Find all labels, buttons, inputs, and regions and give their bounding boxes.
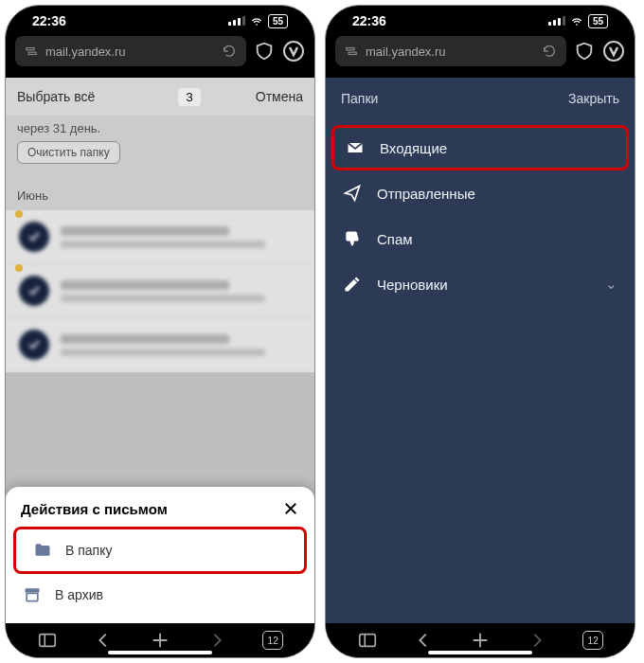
folder-label: Отправленные	[377, 186, 475, 202]
cancel-link[interactable]: Отмена	[256, 89, 303, 104]
to-archive-label: В архив	[55, 587, 103, 602]
plus-icon[interactable]	[150, 630, 170, 651]
folder-drafts[interactable]: Черновики ⌄	[326, 261, 635, 307]
panel-icon[interactable]	[357, 630, 378, 651]
mail-list	[6, 210, 314, 372]
signal-icon	[228, 16, 245, 26]
mail-row[interactable]	[6, 318, 314, 372]
back-icon[interactable]	[413, 630, 434, 651]
month-header: Июнь	[6, 173, 314, 210]
folders-title: Папки	[341, 91, 378, 106]
reload-icon[interactable]	[542, 44, 557, 59]
mail-row[interactable]	[6, 264, 314, 318]
vivaldi-icon[interactable]	[282, 40, 305, 63]
tabs-button[interactable]: 12	[262, 631, 283, 650]
checkbox-checked[interactable]	[19, 330, 49, 360]
mail-icon	[346, 138, 365, 157]
shield-icon[interactable]	[254, 41, 275, 62]
url-text: mail.yandex.ru	[366, 45, 446, 59]
close-link[interactable]: Закрыть	[568, 91, 619, 106]
svg-rect-5	[347, 48, 354, 50]
clear-folder-button[interactable]: Очистить папку	[17, 141, 120, 164]
folder-list: Входящие Отправленные Спам Черновики ⌄	[326, 119, 635, 313]
svg-point-2	[284, 42, 303, 61]
phone-right: 22:36 55 mail.yandex.ru Папки Закрыть Вх…	[325, 5, 635, 658]
tabs-button[interactable]: 12	[582, 631, 603, 650]
sheet-title: Действия с письмом	[21, 501, 168, 517]
panel-icon[interactable]	[37, 630, 58, 651]
folder-label: Черновики	[377, 277, 448, 293]
mail-row[interactable]	[6, 210, 314, 264]
url-bar: mail.yandex.ru	[326, 36, 635, 66]
svg-rect-6	[349, 52, 356, 54]
svg-rect-0	[27, 48, 34, 50]
folder-icon	[33, 541, 52, 560]
selection-count: 3	[178, 88, 200, 106]
time: 22:36	[32, 13, 66, 28]
send-icon	[343, 184, 362, 203]
battery-icon: 55	[588, 14, 608, 28]
svg-rect-4	[40, 635, 56, 647]
move-to-folder-button[interactable]: В папку	[13, 527, 307, 574]
thumbs-down-icon	[343, 229, 362, 248]
pencil-icon	[343, 275, 362, 294]
to-folder-label: В папку	[65, 543, 112, 558]
archive-icon	[23, 585, 42, 604]
time: 22:36	[352, 13, 386, 28]
svg-rect-1	[28, 52, 36, 54]
folder-spam[interactable]: Спам	[326, 216, 635, 261]
battery-icon: 55	[268, 14, 288, 28]
folder-label: Спам	[377, 231, 413, 247]
url-text: mail.yandex.ru	[45, 45, 126, 59]
select-all-link[interactable]: Выбрать всё	[17, 89, 95, 104]
folder-sent[interactable]: Отправленные	[326, 170, 635, 216]
forward-icon	[527, 630, 547, 651]
folders-panel: Папки Закрыть Входящие Отправленные Спам…	[326, 78, 635, 623]
status-icons: 55	[228, 14, 288, 28]
phone-left: 22:36 55 mail.yandex.ru Выбрать всё 3 От…	[5, 5, 315, 658]
signal-icon	[548, 16, 565, 26]
url-bar: mail.yandex.ru	[6, 36, 314, 66]
plus-icon[interactable]	[470, 630, 491, 651]
selection-bar: Выбрать всё 3 Отмена	[6, 78, 314, 116]
check-icon	[27, 283, 42, 298]
site-settings-icon	[345, 45, 358, 58]
shield-icon[interactable]	[574, 41, 595, 62]
status-bar: 22:36 55	[326, 6, 635, 36]
url-field[interactable]: mail.yandex.ru	[15, 36, 246, 66]
home-indicator	[108, 651, 212, 654]
status-bar: 22:36 55	[6, 6, 314, 36]
reload-icon[interactable]	[222, 44, 237, 59]
status-icons: 55	[548, 14, 608, 28]
action-sheet: Действия с письмом В папку В архив	[6, 487, 314, 623]
wifi-icon	[570, 14, 583, 27]
wifi-icon	[250, 14, 263, 27]
mail-content: Выбрать всё 3 Отмена через 31 день. Очис…	[6, 78, 314, 623]
folder-inbox[interactable]: Входящие	[331, 125, 629, 170]
checkbox-checked[interactable]	[19, 276, 49, 306]
back-icon[interactable]	[93, 630, 114, 651]
archive-button[interactable]: В архив	[6, 574, 314, 616]
check-icon	[27, 229, 42, 244]
url-field[interactable]: mail.yandex.ru	[335, 36, 566, 66]
home-indicator	[428, 651, 532, 654]
chevron-down-icon[interactable]: ⌄	[605, 276, 617, 293]
checkbox-checked[interactable]	[19, 222, 49, 252]
check-icon	[27, 337, 42, 352]
info-strip: через 31 день. Очистить папку	[6, 116, 314, 173]
info-text: через 31 день.	[17, 121, 303, 135]
svg-rect-8	[360, 635, 376, 647]
forward-icon	[206, 630, 227, 651]
vivaldi-icon[interactable]	[602, 40, 625, 63]
folder-label: Входящие	[380, 140, 447, 156]
close-icon[interactable]	[282, 500, 299, 517]
site-settings-icon	[25, 45, 38, 58]
svg-rect-3	[26, 588, 40, 592]
svg-point-7	[604, 42, 623, 61]
